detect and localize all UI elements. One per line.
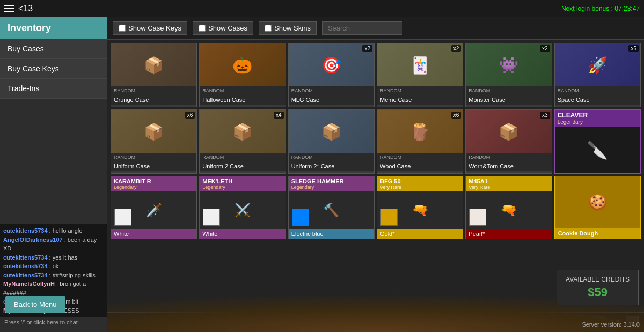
case-card[interactable]: 🃏 RANDOM Meme Case x2 (377, 43, 463, 107)
skin-color-label: White (200, 229, 285, 239)
skin-color-label: Gold* (377, 229, 463, 239)
back-to-menu-button[interactable]: Back to Menu (5, 296, 65, 313)
skin-color-swatch (292, 209, 309, 226)
case-label: RANDOM (466, 86, 551, 95)
case-name: Uniform Case (111, 161, 196, 171)
skin-card[interactable]: MEK'LETH Legendary ⚔️ White (199, 176, 286, 239)
case-name: Grunge Case (111, 95, 196, 105)
case-name: Halloween Case (200, 95, 285, 105)
case-name: Meme Case (377, 95, 463, 105)
cleaver-card[interactable]: CLEAVER Legendary 🔪 (554, 109, 641, 174)
case-card[interactable]: 🎯 RANDOM MLG Case x2 (288, 43, 375, 107)
skin-rarity: Legendary (114, 185, 194, 190)
case-label: RANDOM (555, 86, 640, 95)
chat-line: cutekittens5734 : ###sniping skills (3, 271, 104, 280)
case-badge: x6 (185, 112, 195, 119)
case-badge: x3 (540, 112, 550, 119)
case-card[interactable]: 🚀 RANDOM Space Case x5 (554, 43, 641, 107)
chat-line: cutekittens5734 : yes it has (3, 253, 104, 262)
show-case-keys-label[interactable]: Show Case Keys (113, 21, 187, 35)
case-name: Space Case (555, 95, 640, 105)
skin-title: BFG 50 (380, 178, 460, 185)
skin-title: SLEDGE HAMMER (291, 178, 371, 185)
skin-color-label: White (111, 229, 196, 239)
sidebar-inventory-title[interactable]: Inventory (0, 17, 107, 39)
skin-rarity: Very Rare (469, 185, 548, 190)
case-name: Uniform 2* Case (289, 161, 374, 171)
skin-color-label: Electric blue (289, 229, 374, 239)
cookie-name: Cookie Dough (555, 228, 640, 239)
case-label: RANDOM (289, 86, 374, 95)
chat-hint[interactable]: Press '/' or click here to chat (0, 317, 215, 328)
case-card[interactable]: 👾 RANDOM Monster Case x2 (465, 43, 552, 107)
show-case-keys-checkbox[interactable] (119, 25, 126, 32)
chat-line: AngelOfDarkness107 : been a day XD (3, 235, 104, 253)
case-badge: x2 (362, 45, 372, 52)
case-name: Wood Case (377, 161, 463, 171)
case-label: RANDOM (466, 153, 551, 161)
credits-title: AVAILABLE CREDITS (566, 276, 630, 283)
cookie-dough-card[interactable]: 🍪 Cookie Dough (554, 176, 641, 239)
sidebar-buy-case-keys-button[interactable]: Buy Case Keys (0, 59, 107, 79)
sidebar: Inventory Buy Cases Buy Case Keys Trade-… (0, 17, 107, 332)
case-card[interactable]: 📦 RANDOM Uniform 2* Case (288, 109, 375, 174)
topbar: <13 Next login bonus : 07:23:47 (0, 0, 644, 17)
skin-card[interactable]: M45A1 Very Rare 🔫 Pearl* (465, 176, 552, 239)
skin-color-swatch (380, 209, 398, 226)
skin-color-label: Pearl* (466, 229, 551, 239)
case-label: RANDOM (111, 153, 196, 161)
chat-line: cutekittens5734 : helllo angle (3, 226, 104, 235)
case-badge: x2 (451, 45, 462, 52)
show-skins-checkbox[interactable] (265, 25, 272, 32)
player-count: <13 (18, 4, 33, 13)
skin-rarity: Legendary (291, 185, 371, 190)
sidebar-trade-ins-button[interactable]: Trade-Ins (0, 79, 107, 99)
credits-panel: AVAILABLE CREDITS $59 (557, 270, 639, 305)
case-label: RANDOM (289, 153, 374, 161)
case-name: Uniform 2 Case (200, 161, 285, 171)
case-label: RANDOM (111, 86, 196, 95)
server-version: Server version: 3.14.0 (582, 321, 640, 328)
skin-title: M45A1 (469, 178, 548, 185)
case-card[interactable]: 📦 RANDOM Worn&Torn Case x3 (465, 109, 552, 174)
cleaver-rarity: Legendary (558, 119, 638, 125)
case-label: RANDOM (377, 153, 463, 161)
case-card[interactable]: 🎃 RANDOM Halloween Case (199, 43, 286, 107)
case-card[interactable]: 📦 RANDOM Uniform Case x6 (111, 109, 197, 174)
skin-rarity: Very Rare (380, 185, 460, 190)
case-card[interactable]: 📦 RANDOM Uniform 2 Case x4 (199, 109, 286, 174)
layout: Inventory Buy Cases Buy Case Keys Trade-… (0, 17, 644, 332)
case-badge: x2 (540, 45, 550, 52)
case-card[interactable]: 📦 RANDOM Grunge Case (111, 43, 197, 107)
case-label: RANDOM (200, 153, 285, 161)
case-label: RANDOM (377, 86, 463, 95)
case-badge: x5 (628, 45, 639, 52)
case-badge: x4 (274, 112, 284, 119)
hamburger-icon[interactable] (4, 5, 14, 12)
show-skins-label[interactable]: Show Skins (259, 21, 317, 35)
toolbar: Show Case Keys Show Cases Show Skins (107, 17, 644, 40)
credits-amount: $59 (566, 285, 630, 299)
case-label: RANDOM (200, 86, 285, 95)
skin-title: MEK'LETH (202, 178, 282, 185)
show-cases-label[interactable]: Show Cases (193, 21, 253, 35)
search-input[interactable] (322, 21, 402, 35)
sidebar-buy-cases-button[interactable]: Buy Cases (0, 39, 107, 59)
skin-color-swatch (114, 209, 131, 226)
case-name: MLG Case (289, 95, 374, 105)
skin-card[interactable]: SLEDGE HAMMER Legendary 🔨 Electric blue (288, 176, 375, 239)
skin-card[interactable]: BFG 50 Very Rare 🔫 Gold* (377, 176, 463, 239)
skin-rarity: Legendary (202, 185, 282, 190)
case-name: Monster Case (466, 95, 551, 105)
chat-line: cutekittens5734 : ok (3, 262, 104, 271)
chat-line: MyNameIsCollynH : bro i got a ####### (3, 279, 104, 297)
login-bonus: Next login bonus : 07:23:47 (561, 5, 640, 12)
show-cases-checkbox[interactable] (199, 25, 206, 32)
skin-card[interactable]: KARAMBIT R Legendary 🗡️ White (111, 176, 197, 239)
case-name: Worn&Torn Case (466, 161, 551, 171)
case-card[interactable]: 🪵 RANDOM Wood Case x6 (377, 109, 463, 174)
cleaver-title: CLEAVER (558, 112, 638, 119)
skin-color-swatch (203, 209, 220, 226)
skin-title: KARAMBIT R (114, 178, 194, 185)
case-badge: x6 (451, 112, 462, 119)
